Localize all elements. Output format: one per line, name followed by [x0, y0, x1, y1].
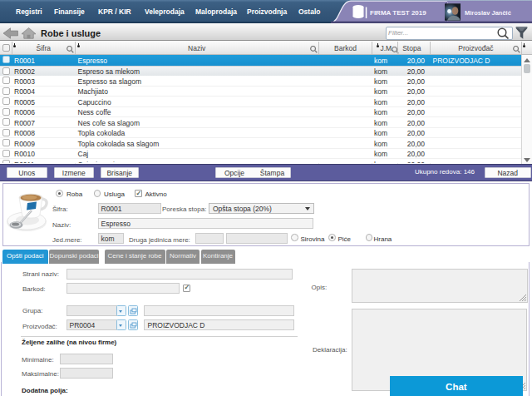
- svg-text:FIRMA TEST 2019: FIRMA TEST 2019: [370, 9, 426, 17]
- svg-text:Miroslav Jančić: Miroslav Jančić: [465, 9, 511, 17]
